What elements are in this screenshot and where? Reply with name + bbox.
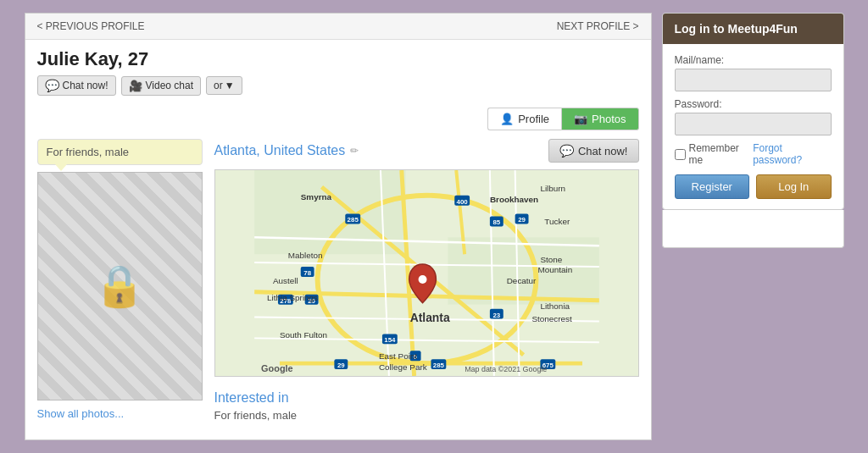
mail-input[interactable]	[675, 69, 832, 91]
remember-me-checkbox[interactable]	[675, 149, 686, 160]
register-button[interactable]: Register	[675, 174, 750, 199]
svg-text:Austell: Austell	[272, 276, 298, 285]
or-dropdown-button[interactable]: or ▼	[206, 76, 242, 95]
svg-rect-2	[448, 237, 599, 304]
chat-icon: 💬	[45, 79, 59, 92]
show-all-photos-link[interactable]: Show all photos...	[37, 407, 203, 420]
sidebar: Log in to Meetup4Fun Mail/name: Password…	[662, 13, 844, 248]
svg-text:29: 29	[518, 216, 526, 224]
tabs-row: 👤 Profile 📷 Photos	[25, 101, 651, 130]
interested-in-title: Interested in	[214, 390, 639, 406]
profile-name: Julie Kay, 27	[37, 48, 639, 70]
interested-in-value: For friends, male	[214, 409, 639, 422]
edit-icon[interactable]: ✏	[350, 145, 359, 157]
svg-text:East Point: East Point	[378, 351, 416, 361]
svg-text:85: 85	[492, 218, 500, 226]
profile-body: For friends, male 🔒 Show all photos... A…	[25, 130, 651, 434]
map-container: 285 85 20 23 285	[214, 169, 639, 377]
svg-text:Brookhaven: Brookhaven	[489, 195, 537, 204]
svg-text:Stone: Stone	[540, 255, 562, 264]
svg-text:Smyrna: Smyrna	[300, 192, 331, 202]
login-header: Log in to Meetup4Fun	[663, 14, 843, 44]
svg-text:285: 285	[432, 362, 444, 369]
svg-text:Google: Google	[261, 363, 293, 373]
login-button[interactable]: Log In	[756, 174, 832, 199]
password-label: Password:	[675, 98, 832, 110]
forgot-password-link[interactable]: Forgot password?	[753, 142, 831, 166]
svg-text:South Fulton: South Fulton	[279, 330, 326, 340]
remember-row: Remember me Forgot password?	[675, 142, 832, 166]
svg-text:Lithonia: Lithonia	[540, 301, 570, 311]
svg-text:78: 78	[303, 269, 311, 277]
video-chat-button[interactable]: 🎥 Video chat	[121, 76, 202, 96]
login-buttons: Register Log In	[675, 174, 832, 199]
svg-text:Tucker: Tucker	[544, 217, 570, 226]
svg-text:Stonecrest: Stonecrest	[531, 314, 572, 323]
svg-text:Lithia Springs: Lithia Springs	[267, 293, 318, 302]
svg-text:Mountain: Mountain	[537, 265, 572, 274]
location-text: Atlanta, United States ✏	[214, 143, 359, 158]
profile-photo-box: 🔒	[37, 172, 203, 401]
svg-text:29: 29	[337, 362, 344, 369]
svg-text:400: 400	[456, 198, 468, 206]
svg-text:Map data ©2021 Google: Map data ©2021 Google	[465, 365, 547, 373]
chat-icon-main: 💬	[559, 144, 574, 157]
next-profile-link[interactable]: NEXT PROFILE >	[557, 20, 639, 32]
remember-me-label[interactable]: Remember me	[675, 142, 754, 166]
svg-text:Lilburn: Lilburn	[540, 184, 565, 193]
location-row: Atlanta, United States ✏ 💬 Chat now!	[214, 139, 639, 163]
tab-profile[interactable]: 👤 Profile	[487, 108, 561, 130]
video-icon: 🎥	[129, 80, 142, 92]
chat-now-button[interactable]: 💬 Chat now!	[37, 75, 116, 96]
sidebar-footer	[662, 210, 844, 248]
chat-now-main-button[interactable]: 💬 Chat now!	[548, 139, 639, 163]
svg-text:285: 285	[347, 216, 359, 224]
lock-icon: 🔒	[94, 262, 145, 310]
speech-bubble: For friends, male	[37, 139, 203, 165]
svg-point-58	[418, 275, 426, 284]
interested-section: Interested in For friends, male	[214, 387, 639, 425]
profile-header: Julie Kay, 27 💬 Chat now! 🎥 Video chat o…	[25, 40, 651, 101]
svg-text:Decatur: Decatur	[506, 276, 536, 285]
svg-text:Atlanta: Atlanta	[409, 311, 449, 324]
right-column: Atlanta, United States ✏ 💬 Chat now!	[214, 139, 639, 425]
prev-profile-link[interactable]: < PREVIOUS PROFILE	[37, 20, 145, 32]
action-buttons: 💬 Chat now! 🎥 Video chat or ▼	[37, 75, 639, 96]
password-input[interactable]	[675, 113, 832, 135]
svg-text:154: 154	[384, 336, 396, 344]
profile-tab-icon: 👤	[500, 113, 514, 125]
tab-photos[interactable]: 📷 Photos	[561, 108, 638, 130]
svg-text:23: 23	[492, 312, 500, 319]
left-column: For friends, male 🔒 Show all photos...	[37, 139, 203, 425]
mail-label: Mail/name:	[675, 54, 832, 66]
nav-bar: < PREVIOUS PROFILE NEXT PROFILE >	[25, 14, 651, 40]
chevron-down-icon: ▼	[225, 80, 235, 91]
svg-text:College Park: College Park	[378, 362, 426, 372]
photos-tab-icon: 📷	[574, 113, 587, 125]
login-body: Mail/name: Password: Remember me Forgot …	[663, 44, 843, 209]
svg-text:Mableton: Mableton	[287, 251, 322, 260]
login-card: Log in to Meetup4Fun Mail/name: Password…	[662, 13, 844, 210]
